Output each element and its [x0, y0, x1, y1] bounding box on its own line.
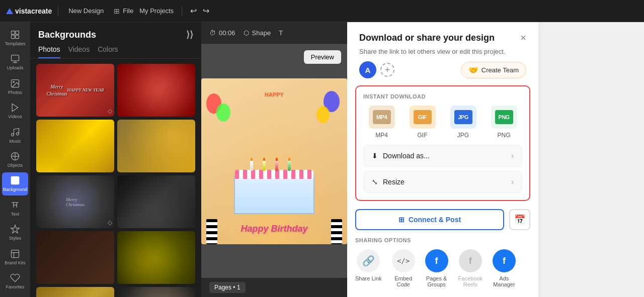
preview-button[interactable]: Preview [304, 50, 341, 64]
panel-collapse-button[interactable]: ⟩⟩ [186, 29, 193, 40]
sidebar-item-text[interactable]: Text [2, 196, 28, 220]
list-item[interactable] [36, 231, 114, 284]
list-item[interactable] [36, 287, 114, 297]
file-button[interactable]: File [123, 7, 133, 15]
premium-icon: ◇ [108, 219, 112, 226]
ads-manager-icon: f [493, 249, 516, 272]
share-panel: Download or share your design × Share th… [347, 22, 538, 297]
new-design-button[interactable]: New Design [64, 5, 108, 17]
facebook-reels-button[interactable]: f FacebookReels [458, 249, 482, 287]
chevron-right-icon: › [511, 177, 514, 186]
facebook-reels-label: FacebookReels [458, 275, 482, 287]
premium-icon: ◇ [108, 108, 112, 115]
share-link-button[interactable]: 🔗 Share Link [355, 249, 382, 281]
panel-title: Backgrounds [38, 30, 96, 40]
shape-tool[interactable]: ⬡Shape [244, 29, 271, 37]
sidebar-item-music[interactable]: Music [2, 124, 28, 147]
connect-icon: ⊞ [398, 216, 405, 224]
list-item[interactable]: MerryChristmasHAPPY NEW YEAR ◇ [36, 64, 114, 117]
sharing-options-label: SHARING OPTIONS [355, 237, 530, 243]
redo-button[interactable]: ↪ [203, 6, 209, 16]
svg-rect-12 [12, 250, 19, 257]
sidebar-item-styles[interactable]: Styles [2, 221, 28, 244]
avatar: A [359, 61, 376, 78]
canvas-main: Preview HAPPY [201, 44, 347, 278]
list-item[interactable] [117, 231, 195, 284]
svg-point-8 [12, 133, 14, 136]
sidebar-item-objects[interactable]: Objects [2, 148, 28, 171]
list-item[interactable]: MerryChristmas ◇ [36, 175, 114, 228]
format-label: GIF [418, 132, 428, 139]
calendar-button[interactable]: 📅 [509, 209, 530, 230]
backgrounds-panel: Backgrounds ⟩⟩ Photos Videos Colors Merr… [30, 22, 201, 297]
text-tool[interactable]: T [279, 29, 283, 37]
sidebar-item-favorites[interactable]: Favorites [2, 270, 28, 293]
instant-download-label: INSTANT DOWNLOAD [363, 93, 522, 100]
list-item[interactable] [117, 64, 195, 117]
sidebar-item-uploads[interactable]: Uploads [2, 50, 28, 73]
format-png[interactable]: PNG PNG [486, 106, 522, 139]
svg-rect-11 [11, 176, 20, 185]
ads-manager-button[interactable]: f AdsManager [493, 249, 516, 287]
connect-post-button[interactable]: ⊞ Connect & Post [355, 209, 504, 230]
download-icon: ⬇ [372, 152, 378, 160]
team-icon: 🤝 [468, 65, 478, 75]
instant-download-section: INSTANT DOWNLOAD MP4 MP4 GIF GIF JPG [355, 85, 530, 201]
format-jpg[interactable]: JPG JPG [445, 106, 481, 139]
tab-photos[interactable]: Photos [38, 45, 60, 58]
format-label: PNG [497, 132, 510, 139]
tab-colors[interactable]: Colors [98, 45, 118, 58]
svg-rect-2 [12, 35, 15, 39]
list-item[interactable] [117, 120, 195, 172]
embed-code-label: EmbedCode [394, 275, 412, 287]
list-item[interactable] [117, 175, 195, 228]
format-mp4[interactable]: MP4 MP4 [363, 106, 400, 139]
svg-point-6 [13, 81, 14, 82]
share-link-label: Share Link [355, 275, 382, 281]
timer-display: ⏱00:06 [209, 29, 235, 37]
ads-manager-label: AdsManager [493, 275, 515, 287]
svg-marker-7 [12, 104, 18, 112]
svg-rect-1 [16, 31, 19, 34]
create-team-button[interactable]: 🤝 Create Team [461, 62, 526, 78]
facebook-pages-icon: f [425, 249, 448, 272]
download-as-button[interactable]: ⬇ Download as... › [363, 145, 522, 167]
pages-groups-button[interactable]: f Pages &Groups [425, 249, 448, 287]
canvas-area: ⏱00:06 ⬡Shape T Preview HAPPY [201, 22, 347, 297]
design-canvas: HAPPY [201, 78, 347, 244]
svg-rect-0 [12, 31, 15, 34]
logo: vistacreate [6, 7, 52, 15]
link-icon: 🔗 [357, 249, 380, 272]
canvas-toolbar: ⏱00:06 ⬡Shape T [201, 22, 347, 44]
canvas-bottom: Pages • 1 [201, 278, 347, 297]
svg-rect-3 [16, 35, 19, 39]
undo-button[interactable]: ↩ [190, 6, 197, 16]
format-label: JPG [457, 132, 469, 139]
code-icon: </> [392, 249, 415, 272]
sidebar: Templates Uploads Photos Videos Music Ob… [0, 22, 30, 297]
chevron-right-icon: › [511, 151, 514, 160]
svg-rect-4 [12, 55, 19, 61]
format-label: MP4 [375, 132, 388, 139]
sidebar-item-background[interactable]: Background [2, 172, 28, 195]
resize-icon: ⤡ [372, 178, 378, 186]
embed-code-button[interactable]: </> EmbedCode [392, 249, 415, 287]
close-button[interactable]: × [520, 32, 526, 44]
sidebar-item-brand-kits[interactable]: Brand Kits [2, 245, 28, 268]
facebook-reels-icon: f [459, 249, 482, 272]
resize-button[interactable]: ⤡ Resize › [363, 171, 522, 193]
format-gif[interactable]: GIF GIF [404, 106, 441, 139]
add-member-button[interactable]: + [380, 63, 394, 77]
sidebar-item-templates[interactable]: Templates [2, 26, 28, 49]
my-projects-button[interactable]: My Projects [139, 7, 174, 15]
sidebar-item-videos[interactable]: Videos [2, 99, 28, 122]
tab-videos[interactable]: Videos [68, 45, 90, 58]
svg-point-9 [17, 132, 19, 135]
panel-subtitle: Share the link to let others view or edi… [347, 48, 538, 61]
list-item[interactable] [36, 120, 114, 172]
pages-button[interactable]: Pages • 1 [209, 282, 246, 293]
sidebar-item-photos[interactable]: Photos [2, 75, 28, 98]
panel-title: Download or share your design [359, 33, 495, 43]
list-item[interactable] [117, 287, 195, 297]
pages-groups-label: Pages &Groups [426, 275, 447, 287]
